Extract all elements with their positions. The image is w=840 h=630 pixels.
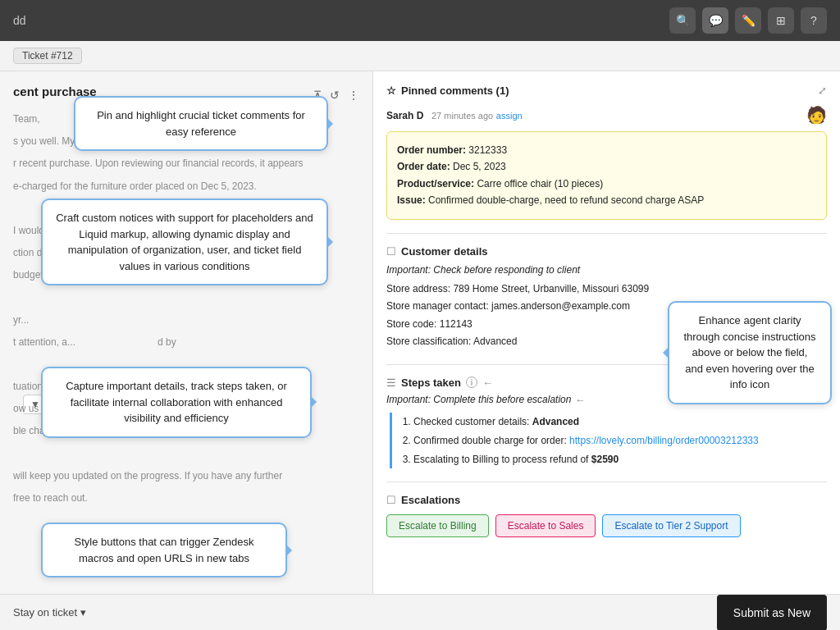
- search-icon-btn[interactable]: 🔍: [669, 7, 696, 34]
- app-title: dd: [13, 14, 26, 27]
- tooltip-pin-comments: Pin and highlight crucial ticket comment…: [74, 96, 328, 151]
- escalations-title: Escalations: [401, 494, 460, 506]
- divider-3: [386, 482, 827, 482]
- arrow-left-icon: ←: [482, 377, 493, 389]
- pin-icon: ☆: [386, 84, 396, 97]
- steps-arrow-icon: ←: [574, 394, 585, 406]
- tooltip-custom-notices: Craft custom notices with support for pl…: [41, 199, 328, 285]
- pinned-comments-title: ☆ Pinned comments (1): [386, 84, 509, 97]
- step-3: Escalating to Billing to process refund …: [413, 450, 827, 469]
- step-2: Confirmed double charge for order: https…: [413, 431, 827, 450]
- comment-author-row: Sarah D 27 minutes ago assign 🧑: [386, 105, 827, 125]
- history-icon[interactable]: ↺: [330, 89, 340, 102]
- step-1: Checked customer details: Advanced: [413, 413, 827, 431]
- escalate-sales-btn[interactable]: Escalate to Sales: [495, 514, 596, 537]
- customer-important: Important: Check before responding to cl…: [386, 264, 827, 276]
- author-info: Sarah D 27 minutes ago assign: [386, 109, 523, 121]
- main-content: cent purchase ⊼ ↺ ⋮ Team, s you well. My…: [0, 71, 840, 595]
- brush-icon-btn[interactable]: ✏️: [735, 7, 761, 34]
- steps-list: Checked customer details: Advanced Confi…: [390, 413, 827, 468]
- escalate-tier2-btn[interactable]: Escalate to Tier 2 Support: [602, 514, 740, 537]
- checkbox-icon: ☐: [386, 245, 396, 258]
- breadcrumb: Ticket #712: [13, 48, 82, 64]
- tooltip-capture-details: Capture important details, track steps t…: [41, 367, 312, 438]
- escalate-billing-btn[interactable]: Escalate to Billing: [386, 514, 489, 537]
- chat-icon-btn[interactable]: 💬: [702, 7, 728, 34]
- customer-details-title: Customer details: [401, 245, 487, 258]
- expand-icon[interactable]: ⤢: [818, 84, 827, 97]
- assign-link[interactable]: assign: [496, 111, 523, 121]
- stay-on-ticket[interactable]: Stay on ticket ▾: [13, 606, 86, 619]
- grid-icon-btn[interactable]: ⊞: [768, 7, 794, 34]
- submit-as-new-btn[interactable]: Submit as New: [717, 595, 827, 631]
- pinned-comment-box: Order number: 3212333 Order date: Dec 5,…: [386, 131, 827, 220]
- bottom-bar: Stay on ticket ▾ Submit as New: [0, 594, 840, 630]
- escalations-header: ☐ Escalations: [386, 494, 827, 506]
- breadcrumb-bar: Ticket #712: [0, 41, 840, 71]
- tooltip-style-buttons: Style buttons that can trigger Zendesk m…: [41, 523, 287, 578]
- help-icon-btn[interactable]: ?: [801, 7, 827, 34]
- step-2-link[interactable]: https://lovely.com/billing/order00003212…: [569, 435, 759, 446]
- escalations-section: ☐ Escalations Escalate to Billing Escala…: [386, 494, 827, 537]
- top-nav: dd 🔍 💬 ✏️ ⊞ ?: [0, 0, 840, 41]
- customer-details-header[interactable]: ☐ Customer details: [386, 245, 827, 258]
- steps-checkbox-icon: ☰: [386, 377, 396, 389]
- left-panel: cent purchase ⊼ ↺ ⋮ Team, s you well. My…: [0, 71, 373, 595]
- escalations-checkbox-icon: ☐: [386, 494, 396, 506]
- steps-title: Steps taken: [401, 377, 461, 389]
- avatar-icon: 🧑: [806, 105, 827, 125]
- info-icon[interactable]: i: [466, 377, 477, 388]
- right-panel: ☆ Pinned comments (1) ⤢ Sarah D 27 minut…: [373, 71, 840, 595]
- chevron-down-icon: ▾: [80, 606, 86, 619]
- escalation-buttons: Escalate to Billing Escalate to Sales Es…: [386, 514, 827, 537]
- nav-icons: 🔍 💬 ✏️ ⊞ ?: [669, 7, 827, 34]
- tooltip-enhance-clarity: Enhance agent clarity through concise in…: [668, 301, 832, 404]
- pinned-comments-header: ☆ Pinned comments (1) ⤢: [386, 84, 827, 97]
- divider-1: [386, 233, 827, 234]
- more-icon[interactable]: ⋮: [348, 89, 359, 102]
